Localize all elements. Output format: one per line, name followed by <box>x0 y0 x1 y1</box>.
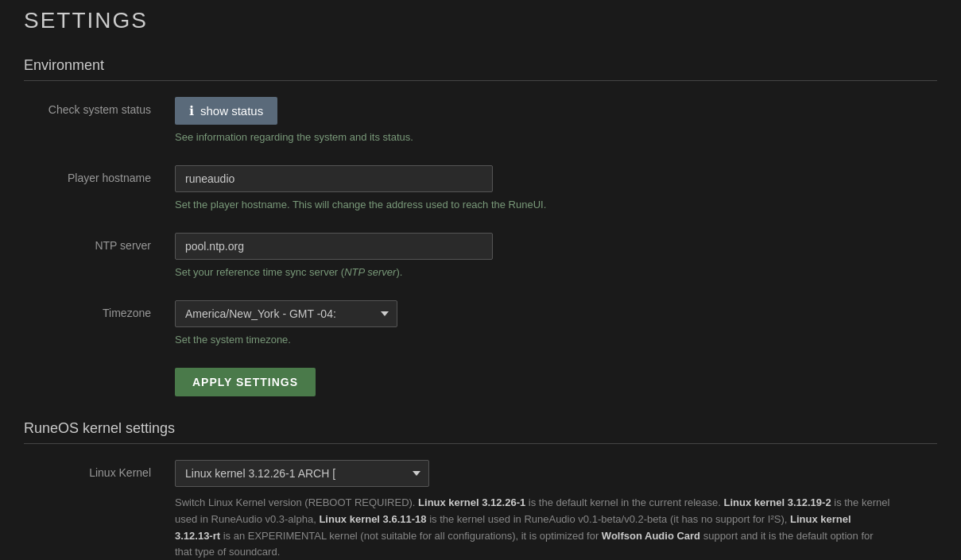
apply-settings-button[interactable]: APPLY SETTINGS <box>175 368 316 396</box>
info-icon: ℹ <box>189 103 194 118</box>
kernel-desc-k1-text: is the default kernel in the current rel… <box>525 496 723 508</box>
player-hostname-group: Player hostname Set the player hostname.… <box>24 165 937 210</box>
timezone-content: America/New_York - GMT -04: UTC America/… <box>175 300 937 346</box>
timezone-select[interactable]: America/New_York - GMT -04: UTC America/… <box>175 300 397 327</box>
player-hostname-input[interactable] <box>175 165 493 192</box>
timezone-label: Timezone <box>24 300 175 319</box>
check-system-status-group: Check system status ℹ show status See in… <box>24 97 937 143</box>
timezone-group: Timezone America/New_York - GMT -04: UTC… <box>24 300 937 346</box>
ntp-server-label: NTP server <box>24 233 175 252</box>
kernel-desc-k3-text: is the kernel used in RuneAudio v0.1-bet… <box>427 513 790 525</box>
kernel-settings-section-header: RuneOS kernel settings <box>24 420 937 444</box>
environment-section: Environment Check system status ℹ show s… <box>24 57 937 396</box>
check-system-status-content: ℹ show status See information regarding … <box>175 97 937 143</box>
player-hostname-label: Player hostname <box>24 165 175 184</box>
kernel-desc-k3-bold: Linux kernel 3.6.11-18 <box>319 513 426 525</box>
kernel-desc-prefix: Switch Linux Kernel version (REBOOT REQU… <box>175 496 418 508</box>
kernel-desc-k1-bold: Linux kernel 3.12.26-1 <box>418 496 525 508</box>
ntp-server-group: NTP server Set your reference time sync … <box>24 233 937 278</box>
ntp-server-hint: Set your reference time sync server (NTP… <box>175 266 937 278</box>
kernel-desc-k4-text: is an EXPERIMENTAL kernel (not suitable … <box>220 530 602 542</box>
check-system-status-hint: See information regarding the system and… <box>175 131 937 143</box>
linux-kernel-group: Linux Kernel Linux kernel 3.12.26-1 ARCH… <box>24 460 937 560</box>
kernel-description: Switch Linux Kernel version (REBOOT REQU… <box>175 495 890 560</box>
ntp-server-content: Set your reference time sync server (NTP… <box>175 233 937 278</box>
ntp-server-input[interactable] <box>175 233 493 260</box>
timezone-hint: Set the system timezone. <box>175 334 937 346</box>
show-status-button-label: show status <box>200 104 263 118</box>
player-hostname-hint: Set the player hostname. This will chang… <box>175 199 937 210</box>
linux-kernel-select[interactable]: Linux kernel 3.12.26-1 ARCH [ Linux kern… <box>175 460 429 487</box>
check-system-status-label: Check system status <box>24 97 175 116</box>
apply-settings-content: APPLY SETTINGS <box>175 368 937 396</box>
player-hostname-content: Set the player hostname. This will chang… <box>175 165 937 210</box>
kernel-desc-k5-bold: Wolfson Audio Card <box>602 530 700 542</box>
linux-kernel-content: Linux kernel 3.12.26-1 ARCH [ Linux kern… <box>175 460 937 560</box>
page-title: SETTINGS <box>24 8 937 33</box>
show-status-button[interactable]: ℹ show status <box>175 97 277 125</box>
apply-settings-group: APPLY SETTINGS <box>24 368 937 396</box>
apply-settings-spacer <box>24 368 175 374</box>
kernel-settings-section: RuneOS kernel settings Linux Kernel Linu… <box>24 420 937 560</box>
environment-section-header: Environment <box>24 57 937 81</box>
linux-kernel-label: Linux Kernel <box>24 460 175 479</box>
kernel-desc-k2-bold: Linux kernel 3.12.19-2 <box>724 496 831 508</box>
